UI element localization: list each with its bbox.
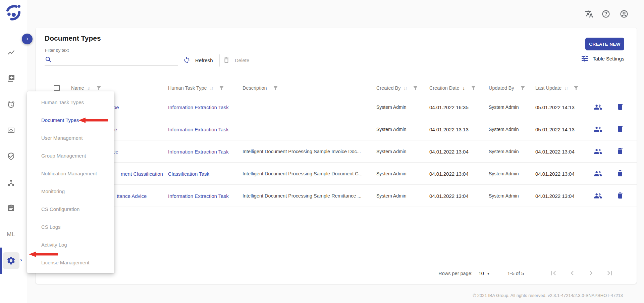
updated-by-cell: System Admin (489, 104, 519, 110)
page-range: 1-5 of 5 (507, 271, 524, 276)
creation-date-cell: 04.01.2022 13:13 (429, 126, 469, 132)
last-page-icon[interactable] (605, 269, 614, 278)
select-all-checkbox[interactable] (54, 85, 60, 91)
trash-icon[interactable] (616, 147, 625, 156)
sidebar-item-ml[interactable]: ML (0, 231, 22, 238)
settings-menu-item[interactable]: User Management (27, 129, 114, 147)
alarm-icon[interactable] (7, 100, 15, 109)
human-task-type-link[interactable]: Information Extraction Task (168, 126, 229, 132)
sync-icon (183, 56, 191, 64)
created-by-cell: System Admin (376, 193, 406, 199)
chevron-right-icon (24, 36, 30, 42)
trash-icon[interactable] (616, 125, 625, 134)
creation-date-cell: 04.01.2022 13:04 (429, 171, 469, 176)
settings-menu-item[interactable]: Monitoring (27, 182, 114, 200)
filter-funnel-icon[interactable] (471, 85, 476, 91)
human-task-type-link[interactable]: Information Extraction Task (168, 193, 229, 199)
sidebar-item-settings[interactable]: › (3, 252, 26, 269)
column-header-created-by[interactable]: Created By↓↑ (376, 85, 418, 91)
delete-button[interactable]: Delete (223, 54, 249, 67)
document-types-panel: Document Types CREATE NEW Filter by text… (36, 28, 637, 284)
trash-icon[interactable] (616, 103, 625, 112)
filter-funnel-icon[interactable] (273, 85, 278, 91)
column-header-human-task-type[interactable]: Human Task Type↓↑ (168, 85, 224, 91)
document-type-name-link[interactable]: ment Classification (121, 171, 163, 176)
filter-label: Filter by text (45, 48, 69, 53)
description-cell: Intelligent Document Processing Sample I… (243, 149, 361, 154)
filter-funnel-icon[interactable] (520, 85, 526, 91)
account-icon[interactable] (620, 10, 628, 18)
settings-menu-item[interactable]: Notification Management (27, 165, 114, 182)
column-header-creation-date[interactable]: Creation Date↓ (429, 85, 476, 91)
sort-icon[interactable]: ↓↑ (565, 85, 568, 90)
help-icon[interactable] (602, 10, 610, 18)
people-icon[interactable] (594, 191, 602, 200)
translate-icon[interactable] (585, 10, 593, 18)
last-update-cell: 04.01.2022 13:04 (535, 148, 575, 154)
red-arrow-annotation-document-types (78, 117, 109, 124)
human-task-type-link[interactable]: Information Extraction Task (168, 104, 229, 110)
updated-by-cell: System Admin (489, 127, 519, 132)
cloud-box-icon[interactable] (7, 126, 15, 134)
rows-per-page-select[interactable]: 10 ▼ (479, 271, 490, 276)
settings-menu-item[interactable]: Human Task Types (27, 93, 114, 111)
sort-icon[interactable]: ↓↑ (404, 85, 407, 90)
tune-icon (581, 54, 589, 62)
filter-funnel-icon[interactable] (219, 85, 224, 91)
device-hub-icon[interactable] (7, 179, 15, 187)
filter-input[interactable] (45, 55, 178, 66)
people-icon[interactable] (594, 169, 602, 178)
document-type-name-link[interactable]: e (114, 126, 117, 132)
chevron-right-icon: › (20, 257, 22, 263)
filter-funnel-icon[interactable] (413, 85, 418, 91)
table-row[interactable]: ment Classification Classification Task … (36, 163, 637, 185)
column-header-name[interactable]: Name↓↑ (71, 85, 102, 91)
human-task-type-link[interactable]: Information Extraction Task (168, 148, 229, 154)
last-update-cell: 04.01.2022 13:04 (535, 193, 575, 199)
refresh-button[interactable]: Refresh (183, 54, 213, 67)
shield-check-icon[interactable] (7, 152, 15, 160)
table-row[interactable]: ce Information Extraction Task Intellige… (36, 140, 637, 163)
creation-date-cell: 04.01.2022 13:04 (429, 148, 469, 154)
trash-icon[interactable] (616, 191, 625, 200)
filter-funnel-icon[interactable] (573, 85, 579, 91)
people-icon[interactable] (594, 103, 602, 112)
library-add-icon[interactable] (7, 74, 15, 82)
people-icon[interactable] (594, 147, 602, 156)
sort-desc-icon[interactable]: ↓ (462, 85, 465, 91)
sidebar: ML › (0, 0, 27, 303)
sort-icon[interactable]: ↓↑ (210, 85, 213, 90)
last-update-cell: 05.01.2022 14:13 (535, 126, 575, 132)
column-header-last-update[interactable]: Last Update↓↑ (535, 85, 579, 91)
people-icon[interactable] (594, 125, 602, 134)
column-header-updated-by[interactable]: Updated By (489, 85, 526, 91)
document-type-name-link[interactable]: ttance Advice (117, 193, 147, 199)
sidebar-expand-button[interactable] (22, 34, 33, 44)
app-window: ML › Document Types CREATE NEW Filter by… (0, 0, 644, 303)
trash-outline-icon (223, 56, 230, 64)
table-row[interactable]: ttance Advice Information Extraction Tas… (36, 185, 637, 207)
table-row[interactable]: pe Information Extraction Task System Ad… (36, 96, 637, 118)
human-task-type-link[interactable]: Classification Task (168, 171, 209, 176)
filter-funnel-icon[interactable] (96, 85, 102, 91)
created-by-cell: System Admin (376, 127, 406, 132)
settings-menu-item[interactable]: CS Configuration (27, 200, 114, 218)
description-cell: Intelligent Document Processing Sample R… (243, 193, 362, 199)
settings-menu-item[interactable]: CS Logs (27, 218, 114, 236)
clipboard-icon[interactable] (7, 204, 15, 212)
sort-icon[interactable]: ↓↑ (87, 85, 90, 90)
first-page-icon[interactable] (549, 269, 558, 278)
creation-date-cell: 04.01.2022 13:04 (429, 193, 469, 199)
app-logo-icon[interactable] (4, 3, 23, 22)
settings-menu-item[interactable]: Group Management (27, 147, 114, 165)
red-arrow-annotation-settings (29, 251, 58, 258)
table-row[interactable]: e Information Extraction Task System Adm… (36, 118, 637, 140)
table-settings-button[interactable]: Table Settings (581, 54, 624, 62)
pagination: Rows per page: 10 ▼ 1-5 of 5 (438, 269, 614, 278)
next-page-icon[interactable] (586, 269, 596, 278)
column-header-description[interactable]: Description (243, 85, 278, 91)
trash-icon[interactable] (616, 169, 625, 178)
trending-chart-icon[interactable] (7, 48, 15, 56)
prev-page-icon[interactable] (568, 269, 577, 278)
create-new-button[interactable]: CREATE NEW (585, 38, 624, 50)
